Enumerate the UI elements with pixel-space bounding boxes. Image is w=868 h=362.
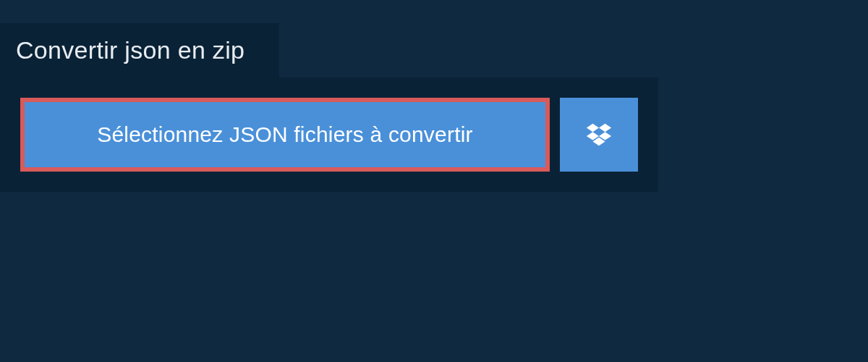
dropbox-source-button[interactable] <box>560 98 638 172</box>
converter-panel: Sélectionnez JSON fichiers à convertir <box>0 77 658 192</box>
tab-title: Convertir json en zip <box>16 36 244 64</box>
tab-convert-json-zip[interactable]: Convertir json en zip <box>0 23 279 77</box>
svg-marker-0 <box>587 124 599 132</box>
dropbox-icon <box>585 121 613 148</box>
tab-bar: Convertir json en zip <box>0 23 868 77</box>
svg-marker-1 <box>599 124 611 132</box>
select-files-label: Sélectionnez JSON fichiers à convertir <box>97 122 472 146</box>
select-files-highlight: Sélectionnez JSON fichiers à convertir <box>20 98 550 172</box>
select-files-button[interactable]: Sélectionnez JSON fichiers à convertir <box>25 102 545 167</box>
